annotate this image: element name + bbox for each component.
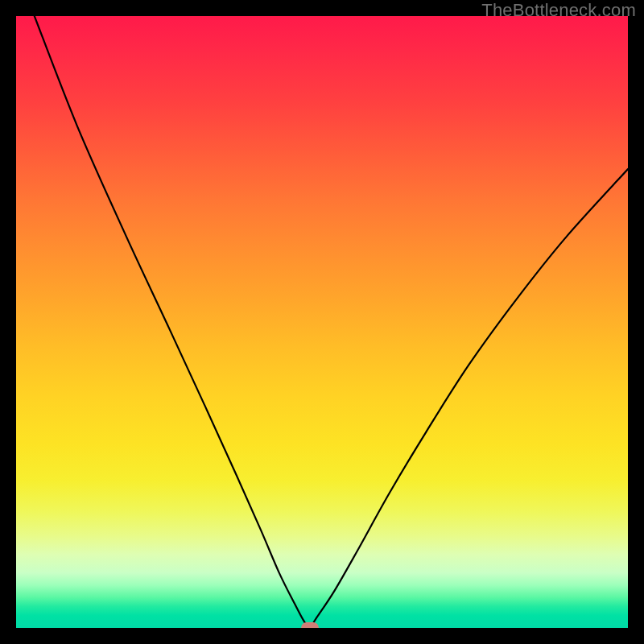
- plot-area: [16, 16, 628, 628]
- optimal-point-marker: [301, 622, 319, 628]
- bottleneck-curve: [16, 16, 628, 628]
- chart-frame: TheBottleneck.com: [0, 0, 644, 644]
